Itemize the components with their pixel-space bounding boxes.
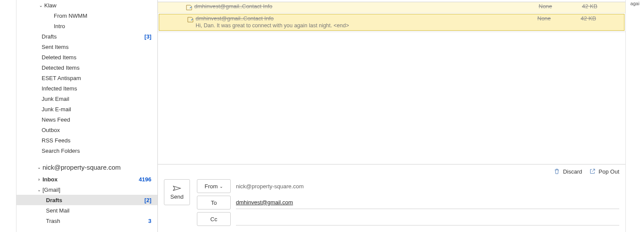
message-row[interactable]: dmhinvest@gmail....Contact InfoNone42 KB… xyxy=(159,14,624,31)
chevron-down-icon: ⌄ xyxy=(38,3,43,8)
msg-size: 42 KB xyxy=(581,15,624,22)
folder-item[interactable]: Sent Items xyxy=(16,42,157,52)
folder-sidebar[interactable]: ⌄KlawFrom NWMMIntroDrafts[3]Sent ItemsDe… xyxy=(16,0,158,232)
to-button[interactable]: To xyxy=(197,196,231,209)
folder-label: Sent Items xyxy=(42,44,151,50)
folder-item[interactable]: Deleted Items xyxy=(16,52,157,62)
folder-label: ESET Antispam xyxy=(42,75,151,81)
to-field[interactable]: dmhinvest@gmail.com xyxy=(236,197,619,209)
folder-item[interactable]: Infected Items xyxy=(16,83,157,93)
left-gutter xyxy=(0,0,16,232)
folder-item[interactable]: Trash3 xyxy=(16,216,157,226)
folder-label: [Gmail] xyxy=(42,187,151,193)
msg-sent: None xyxy=(537,15,581,22)
cc-label: Cc xyxy=(210,216,217,222)
folder-item[interactable]: RSS Feeds xyxy=(16,135,157,145)
chevron-right-icon: › xyxy=(36,177,42,182)
msg-sent: None xyxy=(539,3,582,10)
compose-area: Send From ⌄ nick@property-square.com To … xyxy=(158,179,625,232)
folder-label: Klaw xyxy=(44,2,151,9)
cc-field[interactable] xyxy=(236,213,619,226)
folder-label: From NWMM xyxy=(54,13,151,19)
folder-item[interactable]: Detected Items xyxy=(16,62,157,73)
msg-subject: Contact Info xyxy=(243,15,537,22)
folder-item[interactable]: Junk Email xyxy=(16,93,157,104)
folder-label: RSS Feeds xyxy=(42,137,151,144)
message-row[interactable]: dmhinvest@gmail....Contact InfoNone42 KB xyxy=(158,2,625,13)
chevron-down-icon: ⌄ xyxy=(219,184,223,189)
right-panel: agai xyxy=(625,0,644,232)
folder-count: [2] xyxy=(144,197,151,203)
msg-subject: Contact Info xyxy=(242,3,539,10)
folder-count: 4196 xyxy=(139,176,151,183)
folder-item[interactable]: From NWMM xyxy=(16,10,157,21)
folder-item[interactable]: News Feed xyxy=(16,114,157,125)
from-label: From xyxy=(205,183,218,190)
from-value: nick@property-square.com xyxy=(236,180,619,192)
folder-item[interactable]: Outbox xyxy=(16,125,157,135)
draft-icon xyxy=(187,16,194,23)
folder-label: Deleted Items xyxy=(42,54,151,61)
folder-label: Drafts xyxy=(46,197,144,203)
folder-count: [3] xyxy=(144,33,151,40)
msg-to: dmhinvest@gmail.... xyxy=(194,3,242,10)
folder-label: Junk E-mail xyxy=(42,106,151,113)
popout-button[interactable]: Pop Out xyxy=(589,168,619,175)
draft-icon xyxy=(186,4,193,11)
folder-label: Trash xyxy=(46,218,148,224)
recipient-chip[interactable]: dmhinvest@gmail.com xyxy=(236,199,293,206)
folder-item[interactable]: Drafts[3] xyxy=(16,31,157,42)
folder-label: Drafts xyxy=(42,33,144,40)
right-fragment: agai xyxy=(631,1,640,6)
folder-item[interactable]: ⌄Klaw xyxy=(16,0,157,10)
folder-item[interactable]: Drafts[2] xyxy=(16,195,157,205)
message-list-empty-space xyxy=(158,32,625,164)
popout-label: Pop Out xyxy=(598,168,619,175)
folder-item[interactable]: Intro xyxy=(16,21,157,31)
folder-count: 3 xyxy=(148,218,151,224)
from-button[interactable]: From ⌄ xyxy=(197,179,231,193)
discard-button[interactable]: Discard xyxy=(553,168,582,175)
folder-label: News Feed xyxy=(42,116,151,123)
message-list[interactable]: dmhinvest@gmail....Contact InfoNone42 KB… xyxy=(158,0,625,32)
account-header[interactable]: ⌄ nick@property-square.com xyxy=(16,160,157,174)
account-name: nick@property-square.com xyxy=(42,164,151,171)
folder-item[interactable]: ›Inbox4196 xyxy=(16,174,157,184)
folder-label: Intro xyxy=(54,23,151,29)
send-label: Send xyxy=(170,193,183,200)
folder-label: Infected Items xyxy=(42,85,151,92)
msg-preview: Hi, Dan. It was great to connect with yo… xyxy=(196,22,624,29)
send-icon xyxy=(173,185,181,192)
folder-item[interactable]: Sent Mail xyxy=(16,205,157,216)
to-label: To xyxy=(211,200,217,206)
folder-label: Inbox xyxy=(42,176,139,183)
cc-button[interactable]: Cc xyxy=(197,212,231,226)
folder-label: Sent Mail xyxy=(46,207,151,214)
folder-label: Junk Email xyxy=(42,96,151,102)
folder-label: Detected Items xyxy=(42,64,151,71)
folder-item[interactable]: Search Folders xyxy=(16,145,157,156)
folder-label: Outbox xyxy=(42,127,151,133)
chevron-down-icon: ⌄ xyxy=(36,165,42,170)
discard-label: Discard xyxy=(563,168,582,175)
trash-icon xyxy=(553,168,560,175)
chevron-down-icon: ⌄ xyxy=(36,187,42,192)
folder-item[interactable]: ⌄[Gmail] xyxy=(16,184,157,195)
folder-label: Search Folders xyxy=(42,148,151,154)
popout-icon xyxy=(589,168,596,175)
folder-item[interactable]: Junk E-mail xyxy=(16,104,157,114)
compose-toolbar: Discard Pop Out xyxy=(158,164,625,179)
msg-size: 42 KB xyxy=(582,3,625,10)
send-button[interactable]: Send xyxy=(164,179,190,205)
msg-to: dmhinvest@gmail.... xyxy=(196,15,243,22)
folder-item[interactable]: ESET Antispam xyxy=(16,73,157,83)
